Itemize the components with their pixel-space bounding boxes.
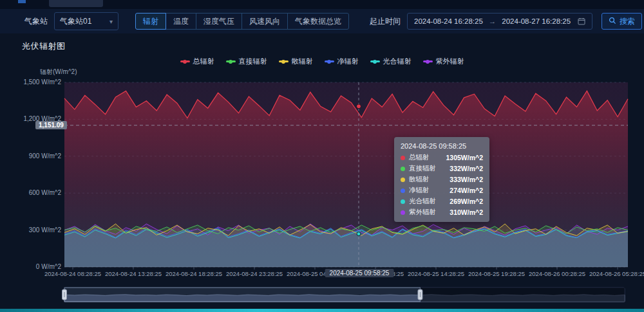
tooltip-series-name: 直接辐射 (409, 164, 436, 173)
x-tick-label: 2024-08-24 18:28:25 (166, 270, 222, 277)
datazoom-dim-region (420, 288, 625, 302)
tooltip-row: 直接辐射332W/m^2 (401, 164, 483, 173)
tooltip-row: 净辐射274W/m^2 (401, 186, 483, 195)
series-dot-icon (401, 167, 405, 171)
y-tick-label: 1,500 W/m^2 (23, 78, 61, 86)
y-tick-label: 900 W/m^2 (29, 152, 62, 160)
x-tick-label: 2024-08-26 00:28:25 (529, 270, 585, 277)
tab-0[interactable]: 辐射 (135, 13, 166, 30)
y-tick-label: 0 W/m^2 (36, 263, 62, 270)
x-tick-label: 2024-08-24 13:28:25 (105, 270, 162, 277)
x-tick-label: 2024-08-24 08:28:25 (44, 270, 101, 277)
tooltip-series-name: 散辐射 (409, 175, 430, 184)
tooltip-series-value: 310W/m^2 (450, 208, 483, 216)
app-root: 气象站 气象站01 ▾ 辐射温度湿度气压风速风向气象数据总览 起止时间 2024… (0, 0, 644, 312)
chart-tooltip: 2024-08-25 09:58:25 总辐射1305W/m^2直接辐射332W… (394, 137, 489, 222)
tooltip-series-name: 紫外辐射 (409, 208, 436, 217)
series-dot-icon (401, 210, 405, 215)
axis-pointer-label: 2024-08-25 09:58:25 (325, 269, 394, 277)
tooltip-rows: 总辐射1305W/m^2直接辐射332W/m^2散辐射333W/m^2净辐射27… (401, 153, 483, 217)
tooltip-series-value: 332W/m^2 (450, 165, 483, 172)
tooltip-series-value: 269W/m^2 (450, 197, 483, 205)
tooltip-series-name: 光合辐射 (409, 197, 436, 206)
tooltip-row: 总辐射1305W/m^2 (401, 153, 483, 162)
x-tick-label: 2024-08-25 14:28:25 (408, 270, 464, 277)
tooltip-series-name: 净辐射 (409, 186, 430, 195)
radiation-chart: 0 W/m^2300 W/m^2600 W/m^2900 W/m^21,200 … (0, 0, 644, 312)
hover-point-total (357, 104, 361, 109)
tooltip-row: 光合辐射269W/m^2 (401, 197, 483, 206)
y-tick-label: 300 W/m^2 (29, 226, 62, 234)
tooltip-row: 散辐射333W/m^2 (401, 175, 483, 184)
hover-point-par (357, 232, 361, 236)
tooltip-row: 紫外辐射310W/m^2 (401, 208, 483, 217)
series-dot-icon (401, 199, 405, 204)
tooltip-title: 2024-08-25 09:58:25 (401, 142, 483, 150)
marker-value-label: 1,151.09 (35, 121, 67, 129)
x-tick-label: 2024-08-26 05:28:25 (589, 270, 644, 277)
datazoom-window[interactable] (64, 288, 420, 302)
tooltip-series-name: 总辐射 (409, 153, 430, 162)
bottom-accent-bar (0, 309, 644, 312)
tooltip-series-value: 1305W/m^2 (446, 154, 484, 161)
series-dot-icon (401, 156, 405, 160)
x-tick-label: 2024-08-24 23:28:25 (226, 270, 283, 277)
tooltip-series-value: 333W/m^2 (450, 176, 483, 183)
y-axis-name: 辐射(W/m^2) (40, 68, 77, 75)
tooltip-series-value: 274W/m^2 (450, 187, 483, 194)
series-dot-icon (401, 188, 405, 193)
y-tick-label: 600 W/m^2 (29, 189, 62, 196)
series-dot-icon (401, 178, 405, 182)
x-tick-label: 2024-08-25 19:28:25 (468, 270, 525, 277)
